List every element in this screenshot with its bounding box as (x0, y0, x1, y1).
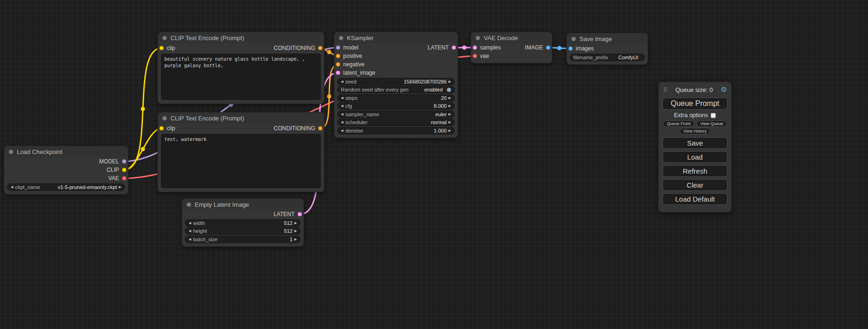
node-title-bar[interactable]: Empty Latent Image (182, 199, 303, 210)
increment-arrow-icon[interactable]: ▶ (295, 238, 297, 241)
node-title-bar[interactable]: Load Checkpoint (4, 146, 128, 157)
decrement-arrow-icon[interactable]: ◀ (341, 96, 343, 100)
widget-label: width (193, 220, 205, 226)
input-slot-positive: positive (334, 52, 458, 60)
clip-input-port[interactable] (159, 46, 164, 50)
node-title-bar[interactable]: CLIP Text Encode (Prompt) (158, 32, 324, 43)
decrement-arrow-icon[interactable]: ◀ (189, 229, 191, 233)
negative-prompt-textarea[interactable]: text, watermark (161, 134, 321, 188)
conditioning-output-port[interactable] (318, 126, 323, 131)
collapse-dot[interactable] (9, 150, 13, 154)
slot-row: clip CONDITIONING (158, 43, 324, 53)
increment-arrow-icon[interactable]: ▶ (449, 104, 451, 108)
width-widget[interactable]: ◀ width 512 ▶ (185, 219, 301, 227)
drag-handle-icon[interactable]: ⠿ (663, 86, 668, 93)
node-title: VAE Decode (484, 35, 518, 42)
widget-label: Random seed after every gen (341, 87, 409, 92)
samples-input-port[interactable] (473, 45, 477, 50)
increment-arrow-icon[interactable]: ▶ (449, 80, 451, 84)
clear-button[interactable]: Clear (663, 179, 727, 191)
extra-options-checkbox[interactable] (711, 113, 716, 118)
negative-input-port[interactable] (336, 62, 340, 67)
decrement-arrow-icon[interactable]: ◀ (189, 221, 191, 225)
steps-widget[interactable]: ◀ steps 20 ▶ (337, 94, 455, 102)
images-input-port[interactable] (568, 46, 573, 51)
queue-menu-panel: ⠿ Queue size: 0 ⚙ Queue Prompt Extra opt… (658, 82, 732, 212)
latent-image-input-port[interactable] (336, 70, 340, 75)
widget-value: 20 (441, 95, 446, 101)
ckpt-name-widget[interactable]: ◀ ckpt_name v1-5-pruned-emaonly.ckpt ▶ (7, 183, 125, 191)
toggle-dot[interactable] (447, 88, 451, 92)
increment-arrow-icon[interactable]: ▶ (449, 129, 451, 133)
increment-arrow-icon[interactable]: ▶ (119, 185, 121, 189)
clip-input-port[interactable] (159, 126, 164, 131)
decrement-arrow-icon[interactable]: ◀ (11, 185, 13, 189)
collapse-dot[interactable] (187, 203, 191, 207)
node-title-bar[interactable]: KSampler (334, 32, 458, 43)
node-title: Load Checkpoint (17, 148, 63, 155)
node-title-bar[interactable]: Save Image (567, 33, 648, 44)
node-title-bar[interactable]: CLIP Text Encode (Prompt) (158, 112, 324, 124)
widget-value: normal (431, 119, 447, 125)
decrement-arrow-icon[interactable]: ◀ (341, 80, 343, 84)
decrement-arrow-icon[interactable]: ◀ (189, 238, 191, 241)
queue-front-button[interactable]: Queue Front (663, 120, 694, 127)
refresh-button[interactable]: Refresh (663, 165, 727, 177)
denoise-widget[interactable]: ◀ denoise 1.000 ▶ (337, 127, 455, 134)
increment-arrow-icon[interactable]: ▶ (295, 229, 297, 233)
file-buttons-group: Save Load Refresh Clear Load Default (663, 137, 727, 205)
cfg-widget[interactable]: ◀ cfg 8.000 ▶ (337, 102, 455, 110)
increment-arrow-icon[interactable]: ▶ (449, 96, 451, 100)
scheduler-widget[interactable]: ◀ scheduler normal ▶ (337, 119, 455, 126)
widget-value: ComfyUI (618, 55, 638, 60)
save-button[interactable]: Save (663, 137, 727, 149)
collapse-dot[interactable] (572, 37, 576, 41)
vae-output-port[interactable] (122, 176, 127, 181)
conditioning-output-port[interactable] (318, 46, 323, 50)
random-seed-toggle-widget[interactable]: Random seed after every gen enabled (337, 86, 455, 93)
node-vae-decode[interactable]: VAE Decode samples IMAGE vae (471, 32, 552, 63)
filename-prefix-widget[interactable]: filename_prefix ComfyUI (570, 54, 645, 61)
positive-prompt-textarea[interactable]: beautiful scenery nature glass bottle la… (161, 54, 321, 100)
node-title-bar[interactable]: VAE Decode (471, 32, 552, 43)
model-output-port[interactable] (122, 159, 127, 164)
decrement-arrow-icon[interactable]: ◀ (341, 129, 343, 133)
latent-output-port[interactable] (297, 212, 302, 217)
output-slot-model: MODEL (4, 157, 128, 166)
vae-input-port[interactable] (473, 54, 477, 58)
latent-output-port[interactable] (452, 45, 456, 50)
collapse-dot[interactable] (339, 36, 343, 40)
clip-output-port[interactable] (122, 168, 127, 172)
positive-input-port[interactable] (336, 54, 340, 58)
increment-arrow-icon[interactable]: ▶ (449, 112, 451, 116)
decrement-arrow-icon[interactable]: ◀ (341, 120, 343, 124)
increment-arrow-icon[interactable]: ▶ (295, 221, 297, 225)
image-output-port[interactable] (546, 45, 550, 50)
widget-value: enabled (424, 87, 443, 92)
queue-prompt-button[interactable]: Queue Prompt (663, 98, 727, 110)
collapse-dot[interactable] (476, 36, 480, 40)
node-save-image[interactable]: Save Image images filename_prefix ComfyU… (566, 33, 648, 65)
seed-widget[interactable]: ◀ seed 156680208700286 ▶ (337, 78, 455, 85)
decrement-arrow-icon[interactable]: ◀ (341, 104, 343, 108)
collapse-dot[interactable] (162, 116, 167, 120)
node-empty-latent-image[interactable]: Empty Latent Image LATENT ◀ width 512 ▶ … (182, 198, 304, 247)
node-graph-canvas[interactable]: Load Checkpoint MODEL CLIP VAE ◀ ckpt_na… (0, 0, 868, 329)
view-history-button[interactable]: View History (680, 128, 711, 134)
sampler-name-widget[interactable]: ◀ sampler_name euler ▶ (337, 111, 455, 118)
collapse-dot[interactable] (162, 36, 167, 40)
model-input-port[interactable] (336, 45, 340, 50)
node-clip-text-encode-positive[interactable]: CLIP Text Encode (Prompt) clip CONDITION… (157, 32, 325, 104)
node-ksampler[interactable]: KSampler model LATENT positive negative … (334, 32, 458, 138)
node-load-checkpoint[interactable]: Load Checkpoint MODEL CLIP VAE ◀ ckpt_na… (4, 146, 128, 195)
increment-arrow-icon[interactable]: ▶ (449, 120, 451, 124)
height-widget[interactable]: ◀ height 512 ▶ (185, 227, 301, 235)
batch-size-widget[interactable]: ◀ batch_size 1 ▶ (185, 236, 301, 243)
load-button[interactable]: Load (663, 151, 727, 163)
load-default-button[interactable]: Load Default (663, 193, 727, 205)
view-queue-button[interactable]: View Queue (697, 120, 727, 127)
settings-gear-icon[interactable]: ⚙ (721, 85, 727, 94)
extra-options-row: Extra options (663, 112, 727, 119)
node-clip-text-encode-negative[interactable]: CLIP Text Encode (Prompt) clip CONDITION… (157, 112, 325, 192)
decrement-arrow-icon[interactable]: ◀ (341, 112, 343, 116)
